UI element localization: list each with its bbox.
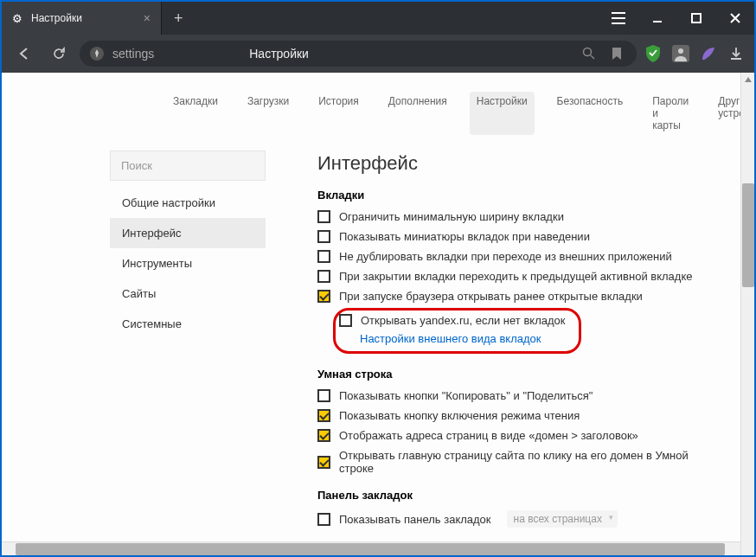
option-row: Показывать кнопку включения режима чтени… (317, 409, 720, 422)
option-label: Открывать yandex.ru, если нет вкладок (361, 314, 565, 327)
page-title: Настройки (249, 47, 309, 61)
settings-top-nav: Закладки Загрузки История Дополнения Нас… (2, 73, 754, 150)
site-icon (90, 47, 104, 61)
checkbox[interactable] (317, 270, 330, 283)
option-row: При запуске браузера открывать ранее отк… (317, 290, 720, 303)
sidebar-item-sites[interactable]: Сайты (110, 278, 266, 309)
option-label: Отображать адреса страниц в виде «домен … (339, 429, 638, 442)
menu-button[interactable] (599, 2, 637, 35)
option-row: При закрытии вкладки переходить к предыд… (317, 270, 720, 283)
option-row: Открывать главную страницу сайта по клик… (317, 449, 720, 475)
option-label: Показывать панель закладок (339, 513, 491, 526)
checkbox[interactable] (317, 210, 330, 223)
checkbox[interactable] (317, 389, 330, 402)
tab-title: Настройки (31, 12, 135, 24)
option-label: Ограничить минимальную ширину вкладки (339, 210, 564, 223)
download-icon[interactable] (727, 44, 746, 63)
checkbox[interactable] (339, 314, 352, 327)
scroll-thumb[interactable] (16, 543, 725, 555)
checkbox[interactable] (317, 290, 330, 303)
feather-icon[interactable] (699, 44, 718, 63)
checkbox[interactable] (317, 409, 330, 422)
sidebar-item-system[interactable]: Системные (110, 309, 266, 339)
maximize-button[interactable] (676, 2, 715, 35)
bookmarks-scope-dropdown[interactable]: на всех страницах (507, 510, 618, 528)
scroll-thumb[interactable] (742, 183, 754, 287)
sidebar-item-interface[interactable]: Интерфейс (110, 218, 266, 248)
svg-point-3 (678, 48, 683, 54)
search-icon[interactable] (580, 44, 599, 63)
search-input[interactable]: Поиск (110, 150, 266, 181)
back-button[interactable] (10, 40, 38, 67)
nav-bookmarks[interactable]: Закладки (166, 92, 225, 135)
nav-history[interactable]: История (311, 92, 366, 135)
scroll-up-arrow[interactable] (741, 73, 754, 86)
svg-rect-0 (692, 14, 701, 22)
browser-tab[interactable]: ⚙ Настройки × (2, 2, 162, 35)
content-area: Закладки Загрузки История Дополнения Нас… (2, 73, 754, 555)
subsection-smartbar: Умная строка (317, 368, 720, 381)
window-titlebar: ⚙ Настройки × + (2, 2, 754, 35)
checkbox[interactable] (317, 456, 330, 469)
vertical-scrollbar[interactable] (740, 73, 754, 555)
option-label: Не дублировать вкладки при переходе из в… (339, 250, 672, 263)
url-text: settings (112, 47, 154, 61)
address-bar[interactable]: settings Настройки (80, 41, 637, 67)
option-label: При запуске браузера открывать ранее отк… (339, 290, 643, 303)
checkbox[interactable] (317, 513, 330, 526)
horizontal-scrollbar[interactable] (2, 541, 740, 555)
settings-panel: Интерфейс Вкладки Ограничить минимальную… (317, 150, 720, 535)
nav-downloads[interactable]: Загрузки (240, 92, 296, 135)
gear-icon: ⚙ (12, 12, 22, 25)
new-tab-button[interactable]: + (162, 10, 195, 28)
option-row: Не дублировать вкладки при переходе из в… (317, 250, 720, 263)
bookmark-icon[interactable] (607, 44, 626, 63)
checkbox[interactable] (317, 250, 330, 263)
shield-icon[interactable] (644, 44, 663, 63)
nav-passwords[interactable]: Пароли и карты (645, 92, 695, 135)
option-label: Показывать кнопки "Копировать" и "Подели… (339, 389, 593, 402)
nav-addons[interactable]: Дополнения (381, 92, 454, 135)
reload-button[interactable] (45, 40, 73, 67)
svg-point-1 (584, 48, 592, 56)
option-label: Показывать кнопку включения режима чтени… (339, 409, 580, 422)
section-title: Интерфейс (317, 152, 720, 175)
close-window-button[interactable] (715, 2, 754, 35)
checkbox[interactable] (317, 230, 330, 243)
subsection-bookmarks-bar: Панель закладок (317, 489, 720, 502)
nav-settings[interactable]: Настройки (470, 92, 535, 135)
option-label: Открывать главную страницу сайта по клик… (339, 449, 720, 475)
close-icon[interactable]: × (144, 11, 151, 25)
nav-security[interactable]: Безопасность (550, 92, 631, 135)
option-row: Показывать панель закладок на всех стран… (317, 510, 720, 528)
tabs-appearance-link[interactable]: Настройки внешнего вида вкладок (360, 332, 541, 345)
sidebar-item-general[interactable]: Общие настройки (110, 188, 266, 218)
sidebar-item-tools[interactable]: Инструменты (110, 248, 266, 278)
minimize-button[interactable] (637, 2, 676, 35)
option-row: Ограничить минимальную ширину вкладки (317, 210, 720, 223)
checkbox[interactable] (317, 429, 330, 442)
option-row: Отображать адреса страниц в виде «домен … (317, 429, 720, 442)
option-row: Открывать yandex.ru, если нет вкладок (339, 314, 565, 327)
browser-navbar: settings Настройки (2, 35, 754, 73)
highlighted-region: Открывать yandex.ru, если нет вкладок На… (333, 308, 581, 354)
option-row: Показывать миниатюры вкладок при наведен… (317, 230, 720, 243)
subsection-tabs: Вкладки (317, 189, 720, 202)
option-label: При закрытии вкладки переходить к предыд… (339, 270, 692, 283)
option-label: Показывать миниатюры вкладок при наведен… (339, 230, 590, 243)
option-row: Показывать кнопки "Копировать" и "Подели… (317, 389, 720, 402)
profile-icon[interactable] (671, 44, 690, 63)
settings-sidebar: Поиск Общие настройки Интерфейс Инструме… (110, 150, 266, 535)
